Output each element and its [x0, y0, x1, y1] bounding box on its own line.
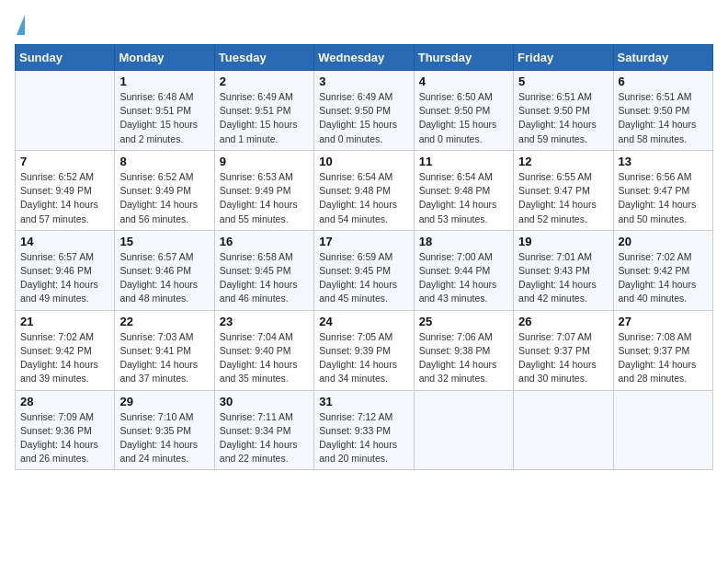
day-number: 16 — [220, 235, 309, 248]
day-number: 14 — [20, 235, 109, 248]
calendar-cell: 5Sunrise: 6:51 AM Sunset: 9:50 PM Daylig… — [514, 71, 613, 151]
calendar-cell: 19Sunrise: 7:01 AM Sunset: 9:43 PM Dayli… — [514, 230, 613, 310]
calendar-cell: 13Sunrise: 6:56 AM Sunset: 9:47 PM Dayli… — [613, 150, 712, 230]
calendar-cell: 7Sunrise: 6:52 AM Sunset: 9:49 PM Daylig… — [16, 150, 115, 230]
day-info: Sunrise: 6:50 AM Sunset: 9:50 PM Dayligh… — [419, 90, 508, 146]
day-info: Sunrise: 6:51 AM Sunset: 9:50 PM Dayligh… — [518, 90, 608, 146]
day-of-week-header: Wednesday — [314, 45, 414, 71]
day-info: Sunrise: 7:03 AM Sunset: 9:41 PM Dayligh… — [119, 330, 209, 386]
day-number: 26 — [518, 315, 608, 328]
day-number: 7 — [20, 155, 109, 168]
day-info: Sunrise: 6:54 AM Sunset: 9:48 PM Dayligh… — [319, 170, 408, 226]
day-number: 10 — [319, 155, 408, 168]
day-info: Sunrise: 7:01 AM Sunset: 9:43 PM Dayligh… — [518, 250, 608, 306]
calendar-cell — [414, 390, 513, 470]
day-info: Sunrise: 6:59 AM Sunset: 9:45 PM Dayligh… — [319, 250, 408, 306]
calendar-cell: 10Sunrise: 6:54 AM Sunset: 9:48 PM Dayli… — [314, 150, 414, 230]
calendar-cell: 22Sunrise: 7:03 AM Sunset: 9:41 PM Dayli… — [115, 310, 214, 390]
day-info: Sunrise: 7:02 AM Sunset: 9:42 PM Dayligh… — [20, 330, 109, 386]
calendar-cell: 24Sunrise: 7:05 AM Sunset: 9:39 PM Dayli… — [314, 310, 414, 390]
calendar-week-row: 14Sunrise: 6:57 AM Sunset: 9:46 PM Dayli… — [16, 230, 713, 310]
logo-triangle-icon — [17, 15, 25, 35]
day-number: 20 — [619, 235, 708, 248]
calendar-cell: 30Sunrise: 7:11 AM Sunset: 9:34 PM Dayli… — [214, 390, 313, 470]
day-info: Sunrise: 6:57 AM Sunset: 9:46 PM Dayligh… — [119, 250, 209, 306]
day-info: Sunrise: 6:58 AM Sunset: 9:45 PM Dayligh… — [220, 250, 309, 306]
calendar-cell — [514, 390, 613, 470]
day-info: Sunrise: 6:51 AM Sunset: 9:50 PM Dayligh… — [619, 90, 708, 146]
day-number: 6 — [619, 75, 708, 88]
day-info: Sunrise: 6:56 AM Sunset: 9:47 PM Dayligh… — [619, 170, 708, 226]
day-of-week-header: Thursday — [414, 45, 513, 71]
day-number: 31 — [319, 395, 408, 408]
day-number: 28 — [20, 395, 109, 408]
day-info: Sunrise: 6:52 AM Sunset: 9:49 PM Dayligh… — [20, 170, 109, 226]
day-number: 8 — [119, 155, 209, 168]
day-number: 30 — [220, 395, 309, 408]
day-info: Sunrise: 7:08 AM Sunset: 9:37 PM Dayligh… — [619, 330, 708, 386]
calendar-cell — [613, 390, 712, 470]
day-of-week-header: Tuesday — [214, 45, 313, 71]
calendar-cell: 3Sunrise: 6:49 AM Sunset: 9:50 PM Daylig… — [314, 71, 414, 151]
calendar-cell: 6Sunrise: 6:51 AM Sunset: 9:50 PM Daylig… — [613, 71, 712, 151]
day-number: 23 — [220, 315, 309, 328]
day-info: Sunrise: 7:02 AM Sunset: 9:42 PM Dayligh… — [619, 250, 708, 306]
calendar-cell: 1Sunrise: 6:48 AM Sunset: 9:51 PM Daylig… — [115, 71, 214, 151]
day-number: 3 — [319, 75, 408, 88]
day-info: Sunrise: 6:53 AM Sunset: 9:49 PM Dayligh… — [220, 170, 309, 226]
day-info: Sunrise: 7:00 AM Sunset: 9:44 PM Dayligh… — [419, 250, 508, 306]
day-number: 9 — [220, 155, 309, 168]
calendar-cell: 21Sunrise: 7:02 AM Sunset: 9:42 PM Dayli… — [16, 310, 115, 390]
calendar-cell: 11Sunrise: 6:54 AM Sunset: 9:48 PM Dayli… — [414, 150, 513, 230]
calendar-cell: 31Sunrise: 7:12 AM Sunset: 9:33 PM Dayli… — [314, 390, 414, 470]
day-info: Sunrise: 7:06 AM Sunset: 9:38 PM Dayligh… — [419, 330, 508, 386]
page-header — [15, 15, 713, 37]
calendar-cell: 14Sunrise: 6:57 AM Sunset: 9:46 PM Dayli… — [16, 230, 115, 310]
day-number: 25 — [419, 315, 508, 328]
day-number: 27 — [619, 315, 708, 328]
day-info: Sunrise: 6:55 AM Sunset: 9:47 PM Dayligh… — [518, 170, 608, 226]
calendar-cell: 17Sunrise: 6:59 AM Sunset: 9:45 PM Dayli… — [314, 230, 414, 310]
day-info: Sunrise: 7:12 AM Sunset: 9:33 PM Dayligh… — [319, 410, 408, 466]
day-of-week-header: Sunday — [16, 45, 115, 71]
day-info: Sunrise: 6:48 AM Sunset: 9:51 PM Dayligh… — [119, 90, 209, 146]
calendar-cell: 8Sunrise: 6:52 AM Sunset: 9:49 PM Daylig… — [115, 150, 214, 230]
day-info: Sunrise: 6:57 AM Sunset: 9:46 PM Dayligh… — [20, 250, 109, 306]
calendar-cell — [16, 71, 115, 151]
calendar-week-row: 21Sunrise: 7:02 AM Sunset: 9:42 PM Dayli… — [16, 310, 713, 390]
calendar-cell: 26Sunrise: 7:07 AM Sunset: 9:37 PM Dayli… — [514, 310, 613, 390]
calendar-cell: 16Sunrise: 6:58 AM Sunset: 9:45 PM Dayli… — [214, 230, 313, 310]
logo — [15, 15, 25, 37]
day-of-week-header: Monday — [115, 45, 214, 71]
day-info: Sunrise: 7:10 AM Sunset: 9:35 PM Dayligh… — [119, 410, 209, 466]
day-of-week-header: Friday — [514, 45, 613, 71]
calendar-cell: 4Sunrise: 6:50 AM Sunset: 9:50 PM Daylig… — [414, 71, 513, 151]
day-number: 11 — [419, 155, 508, 168]
calendar-cell: 15Sunrise: 6:57 AM Sunset: 9:46 PM Dayli… — [115, 230, 214, 310]
day-info: Sunrise: 7:04 AM Sunset: 9:40 PM Dayligh… — [220, 330, 309, 386]
day-number: 1 — [119, 75, 209, 88]
calendar-table: SundayMondayTuesdayWednesdayThursdayFrid… — [15, 44, 713, 470]
day-number: 19 — [518, 235, 608, 248]
day-number: 24 — [319, 315, 408, 328]
day-number: 12 — [518, 155, 608, 168]
day-number: 5 — [518, 75, 608, 88]
day-of-week-header: Saturday — [613, 45, 712, 71]
calendar-cell: 9Sunrise: 6:53 AM Sunset: 9:49 PM Daylig… — [214, 150, 313, 230]
day-info: Sunrise: 7:11 AM Sunset: 9:34 PM Dayligh… — [220, 410, 309, 466]
day-info: Sunrise: 6:49 AM Sunset: 9:50 PM Dayligh… — [319, 90, 408, 146]
day-number: 13 — [619, 155, 708, 168]
calendar-week-row: 28Sunrise: 7:09 AM Sunset: 9:36 PM Dayli… — [16, 390, 713, 470]
day-info: Sunrise: 7:07 AM Sunset: 9:37 PM Dayligh… — [518, 330, 608, 386]
day-number: 2 — [220, 75, 309, 88]
calendar-cell: 28Sunrise: 7:09 AM Sunset: 9:36 PM Dayli… — [16, 390, 115, 470]
day-info: Sunrise: 6:52 AM Sunset: 9:49 PM Dayligh… — [119, 170, 209, 226]
day-info: Sunrise: 6:49 AM Sunset: 9:51 PM Dayligh… — [220, 90, 309, 146]
calendar-header-row: SundayMondayTuesdayWednesdayThursdayFrid… — [16, 45, 713, 71]
day-number: 18 — [419, 235, 508, 248]
calendar-cell: 18Sunrise: 7:00 AM Sunset: 9:44 PM Dayli… — [414, 230, 513, 310]
calendar-cell: 23Sunrise: 7:04 AM Sunset: 9:40 PM Dayli… — [214, 310, 313, 390]
day-number: 4 — [419, 75, 508, 88]
calendar-cell: 29Sunrise: 7:10 AM Sunset: 9:35 PM Dayli… — [115, 390, 214, 470]
day-number: 21 — [20, 315, 109, 328]
